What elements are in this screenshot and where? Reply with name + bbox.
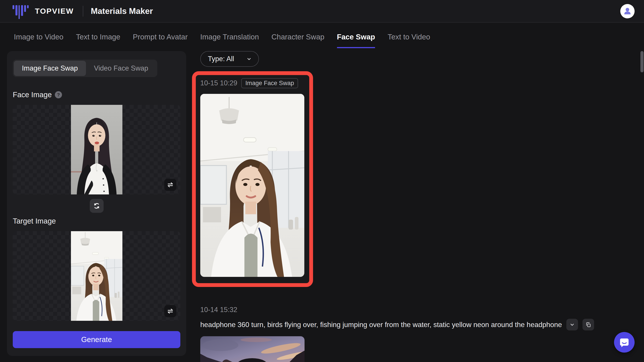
- tab-text-to-image[interactable]: Text to Image: [76, 26, 120, 48]
- page-title: Materials Maker: [91, 7, 153, 16]
- scrollbar-thumb[interactable]: [640, 51, 644, 72]
- result-meta-row: 10-15 10:29 Image Face Swap: [200, 78, 305, 88]
- target-image-label-row: Target Image: [13, 217, 180, 225]
- swap-horizontal-icon: [167, 182, 174, 188]
- type-filter-label: Type: All: [208, 55, 234, 63]
- target-image-label: Target Image: [13, 217, 56, 225]
- generate-button[interactable]: Generate: [13, 331, 180, 348]
- chevron-down-icon: [569, 321, 575, 328]
- replace-face-image-button[interactable]: [164, 179, 176, 191]
- refresh-icon: [93, 202, 100, 210]
- expand-prompt-button[interactable]: [566, 319, 578, 330]
- replace-target-image-button[interactable]: [164, 305, 176, 317]
- tab-character-swap[interactable]: Character Swap: [272, 26, 324, 48]
- video-face-swap-tab[interactable]: Video Face Swap: [86, 61, 156, 76]
- face-swap-result-image[interactable]: [200, 94, 304, 277]
- history-prompt-text: headphone 360 turn, birds flying over, f…: [200, 320, 562, 329]
- tab-image-to-video[interactable]: Image to Video: [14, 26, 63, 48]
- user-icon: [623, 7, 632, 16]
- results-area: Type: All 10-15 10:29 Image Face Swap 10…: [200, 51, 592, 362]
- image-face-swap-tab[interactable]: Image Face Swap: [14, 61, 86, 76]
- tab-prompt-to-avatar[interactable]: Prompt to Avatar: [133, 26, 188, 48]
- swap-images-row: [13, 199, 180, 213]
- user-avatar[interactable]: [620, 4, 634, 18]
- tab-text-to-video[interactable]: Text to Video: [388, 26, 430, 48]
- copy-icon: [585, 321, 592, 328]
- target-image-upload[interactable]: [13, 231, 180, 321]
- copy-prompt-button[interactable]: [582, 319, 594, 330]
- face-image-label: Face Image: [13, 91, 52, 99]
- swap-horizontal-icon: [167, 308, 174, 314]
- target-image-photo: [71, 231, 122, 321]
- chevron-down-icon: [246, 56, 252, 62]
- face-image-upload[interactable]: [13, 105, 180, 195]
- tab-face-swap[interactable]: Face Swap: [337, 26, 375, 48]
- brand-name: TOPVIEW: [35, 7, 74, 16]
- face-image-photo: [71, 105, 122, 195]
- waveform-logo-icon: [12, 4, 29, 19]
- help-icon[interactable]: ?: [55, 91, 62, 98]
- history-timestamp: 10-14 15:32: [200, 306, 592, 314]
- chat-bubble-icon: [618, 336, 630, 348]
- brand-logo[interactable]: TOPVIEW: [12, 3, 74, 19]
- app-header: TOPVIEW Materials Maker: [0, 0, 644, 23]
- header-divider: [83, 6, 83, 17]
- tab-image-translation[interactable]: Image Translation: [200, 26, 259, 48]
- face-swap-panel: Image Face Swap Video Face Swap Face Ima…: [7, 51, 186, 356]
- highlighted-result-card[interactable]: 10-15 10:29 Image Face Swap: [192, 71, 313, 287]
- swap-mode-toggle: Image Face Swap Video Face Swap: [13, 60, 157, 77]
- history-video-thumbnail[interactable]: [200, 336, 304, 362]
- history-item: 10-14 15:32 headphone 360 turn, birds fl…: [200, 306, 592, 362]
- face-image-label-row: Face Image ?: [13, 91, 180, 99]
- feature-tabs: Image to Video Text to Image Prompt to A…: [0, 23, 644, 51]
- result-type-badge: Image Face Swap: [241, 78, 298, 88]
- chat-support-button[interactable]: [614, 332, 634, 352]
- result-timestamp: 10-15 10:29: [200, 79, 237, 87]
- type-filter-dropdown[interactable]: Type: All: [200, 51, 259, 67]
- swap-face-target-button[interactable]: [90, 199, 104, 213]
- history-prompt-row: headphone 360 turn, birds flying over, f…: [200, 319, 592, 330]
